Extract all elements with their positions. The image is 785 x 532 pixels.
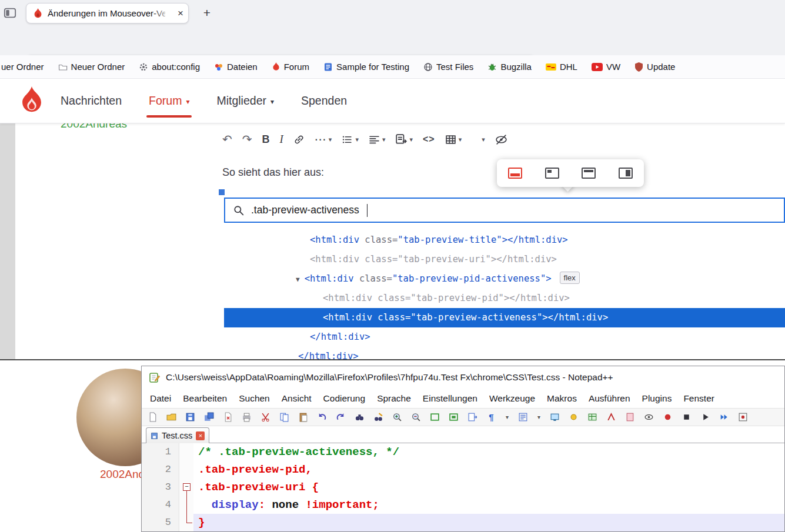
play-macro-icon[interactable]	[700, 411, 711, 423]
site-logo-flame-icon[interactable]	[18, 86, 46, 116]
markup-row[interactable]: ▼<html:div class="tab-preview-pid-active…	[224, 269, 785, 289]
bookmark-item[interactable]: Bugzilla	[487, 62, 532, 72]
new-file-icon[interactable]	[147, 411, 158, 423]
print-icon[interactable]	[241, 411, 252, 423]
table-button[interactable]: ▾	[445, 134, 462, 145]
devtools-screenshot[interactable]: .tab-preview-activeness <html:div class=…	[224, 194, 785, 359]
menu-ausfuehren[interactable]: Ausführen	[583, 393, 636, 404]
insert-dropdown-button[interactable]: ▾	[482, 136, 485, 143]
image-position-option-4[interactable]	[619, 168, 633, 179]
stop-macro-icon[interactable]	[681, 411, 692, 423]
folder-workspace-icon[interactable]	[587, 411, 598, 423]
tab-close-icon[interactable]: ×	[178, 8, 183, 18]
copy-icon[interactable]	[279, 411, 290, 423]
doc-pink-icon[interactable]	[624, 411, 636, 423]
eye-icon[interactable]	[643, 411, 654, 423]
nav-item-forum[interactable]: Forum▾	[149, 79, 189, 123]
image-position-option-3[interactable]	[582, 168, 596, 179]
menu-sprache[interactable]: Sprache	[371, 393, 417, 404]
list-button[interactable]: ▾	[342, 134, 359, 145]
tab-close-icon[interactable]: ×	[196, 431, 205, 440]
zoom-out-icon[interactable]	[410, 411, 422, 423]
bookmark-item[interactable]: Test Files	[423, 62, 473, 72]
close-doc-icon[interactable]	[222, 411, 233, 423]
menu-suchen[interactable]: Suchen	[233, 393, 276, 404]
bookmark-item[interactable]: Update	[634, 62, 675, 72]
markup-row-selected[interactable]: <html:div class="tab-preview-activeness"…	[224, 308, 785, 327]
menu-datei[interactable]: Datei	[144, 393, 177, 404]
menu-codierung[interactable]: Codierung	[318, 393, 372, 404]
menu-bearbeiten[interactable]: Bearbeiten	[177, 393, 233, 404]
bookmark-item[interactable]: Neuer Ordner	[58, 62, 125, 72]
markup-row[interactable]: <html:div class="tab-preview-title"></ht…	[224, 230, 785, 250]
notepad-titlebar[interactable]: C:\Users\weiss\AppData\Roaming\Mozilla\F…	[142, 366, 784, 389]
menu-einstellungen[interactable]: Einstellungen	[417, 393, 483, 404]
expander-icon[interactable]: ▼	[296, 276, 300, 283]
function-list-icon[interactable]	[568, 411, 579, 423]
undo-icon[interactable]	[316, 411, 328, 423]
show-symbols-icon[interactable]	[517, 411, 529, 423]
zoom-in-icon[interactable]	[392, 411, 403, 423]
run-macro-multi-icon[interactable]	[719, 411, 730, 423]
devtools-search-box[interactable]: .tab-preview-activeness	[224, 198, 785, 223]
redo-button[interactable]: ↷	[242, 133, 252, 145]
bookmark-item[interactable]: Sample for Testing	[323, 62, 409, 72]
paste-icon[interactable]	[298, 411, 309, 423]
undo-button[interactable]: ↶	[222, 133, 232, 145]
bold-button[interactable]: B	[262, 133, 270, 146]
notepad-editor[interactable]: 1 2 3 4 5 − /* .tab-preview-activeness, …	[142, 443, 784, 531]
notepad-tab-testcss[interactable]: Test.css ×	[146, 427, 209, 443]
nav-item-spenden[interactable]: Spenden	[301, 79, 347, 123]
restore-window-icon[interactable]	[429, 411, 440, 423]
open-folder-icon[interactable]	[166, 411, 177, 423]
find-replace-icon[interactable]	[373, 411, 384, 423]
bookmark-item[interactable]: about:config	[139, 62, 200, 72]
nav-item-mitglieder[interactable]: Mitglieder▾	[216, 79, 274, 123]
flex-badge[interactable]: flex	[560, 272, 580, 284]
save-all-icon[interactable]	[203, 411, 215, 423]
menu-fenster[interactable]: Fenster	[677, 393, 720, 404]
nav-item-nachrichten[interactable]: Nachrichten	[61, 79, 122, 123]
image-position-option-2[interactable]	[545, 168, 559, 179]
link-button[interactable]	[293, 134, 305, 145]
more-options-button[interactable]: ⋯▾	[315, 133, 332, 145]
menu-plugins[interactable]: Plugins	[636, 393, 678, 404]
chevron-down-icon[interactable]: ▾	[536, 411, 542, 423]
doc-switch-icon[interactable]	[467, 411, 478, 423]
cut-icon[interactable]	[260, 411, 271, 423]
markup-row[interactable]: </html:div>	[224, 327, 785, 347]
align-button[interactable]: ▾	[369, 134, 386, 145]
fold-collapse-icon[interactable]: −	[183, 483, 191, 491]
bookmark-item[interactable]: uer Ordner	[1, 62, 44, 72]
redo-icon[interactable]	[335, 411, 346, 423]
italic-button[interactable]: I	[280, 133, 283, 146]
markup-row[interactable]: <html:div class="tab-preview-uri"></html…	[224, 250, 785, 269]
word-wrap-icon[interactable]: ¶	[486, 411, 497, 423]
image-resize-handle[interactable]	[219, 189, 225, 195]
find-icon[interactable]	[354, 411, 365, 423]
menu-ansicht[interactable]: Ansicht	[276, 393, 318, 404]
bookmark-item[interactable]: Forum	[272, 62, 309, 72]
chevron-down-icon[interactable]: ▾	[505, 411, 510, 423]
markup-row[interactable]: <html:div class="tab-preview-pid"></html…	[224, 289, 785, 308]
firefox-view-icon[interactable]	[4, 6, 16, 19]
browser-tab-active[interactable]: Änderungen im Mouseover-Verhalten von Ta…	[26, 3, 189, 24]
monitor-icon[interactable]	[549, 411, 560, 423]
toggle-preview-button[interactable]	[495, 133, 507, 146]
new-tab-button[interactable]: +	[199, 5, 215, 21]
markup-row[interactable]: </html:div>	[224, 347, 785, 359]
save-macro-icon[interactable]	[737, 411, 749, 423]
record-macro-icon[interactable]	[662, 411, 673, 423]
bookmark-item[interactable]: Dateien	[214, 62, 258, 72]
menu-werkzeuge[interactable]: Werkzeuge	[483, 393, 541, 404]
clone-window-icon[interactable]	[448, 411, 459, 423]
code-button[interactable]: <>	[423, 134, 435, 145]
paste-format-button[interactable]: ▾	[395, 133, 413, 145]
image-position-option-1[interactable]	[508, 168, 522, 179]
menu-makros[interactable]: Makros	[541, 393, 583, 404]
bookmark-item[interactable]: VW	[592, 62, 620, 72]
save-icon[interactable]	[185, 411, 196, 423]
bookmark-item[interactable]: DHL	[546, 62, 577, 72]
firefox-toolbar: → Änderungen im Mouseover-Verhalten von …	[0, 26, 785, 55]
doc-map-icon[interactable]	[606, 411, 617, 423]
